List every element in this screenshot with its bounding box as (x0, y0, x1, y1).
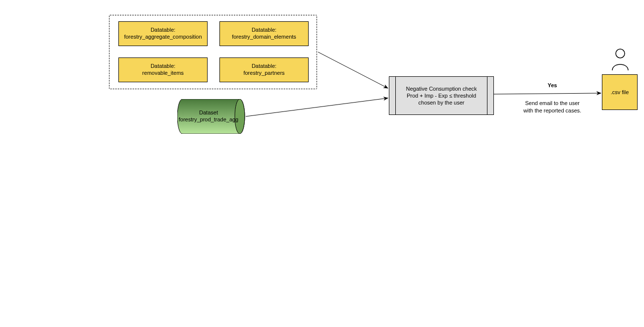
datatable-name: forestry_aggregate_composition (124, 34, 202, 41)
edge-send-line: with the reported cases. (524, 108, 582, 113)
process-line: chosen by the user (419, 99, 465, 106)
datatable-name: removable_items (142, 70, 184, 77)
diagram-canvas: Datatable: forestry_aggregate_compositio… (0, 0, 644, 327)
svg-line-1 (246, 98, 388, 116)
datatable-group: Datatable: forestry_aggregate_compositio… (109, 15, 317, 89)
output-label: .csv file (611, 89, 629, 95)
datatable-name: forestry_domain_elements (232, 34, 296, 41)
edge-send-line: Send email to the user (525, 100, 580, 106)
datatable-name: forestry_partners (243, 70, 284, 77)
dataset-cylinder: Dataset forestry_prod_trade_agg (177, 99, 247, 134)
datatable-prefix: Datatable: (252, 63, 276, 70)
datatable-forestry-domain-elements: Datatable: forestry_domain_elements (219, 21, 309, 46)
arrows-layer (0, 0, 644, 327)
datatable-prefix: Datatable: (151, 27, 175, 34)
edge-yes: Yes (513, 82, 592, 89)
svg-point-4 (616, 49, 625, 58)
dataset-prefix: Dataset (199, 109, 218, 116)
datatable-prefix: Datatable: (151, 63, 175, 70)
process-line: Prod + Imp - Exp ≤ threshold (407, 92, 476, 99)
user-icon (610, 48, 630, 71)
datatable-forestry-aggregate-composition: Datatable: forestry_aggregate_compositio… (118, 21, 208, 46)
dataset-name: forestry_prod_trade_agg (179, 116, 238, 123)
output-csv-file: .csv file (602, 74, 638, 110)
process-line: Negative Consumption check (406, 85, 477, 92)
svg-line-0 (318, 52, 388, 88)
datatable-forestry-partners: Datatable: forestry_partners (219, 57, 309, 82)
datatable-prefix: Datatable: (252, 27, 276, 34)
datatable-removable-items: Datatable: removable_items (118, 57, 208, 82)
process-negative-consumption-check: Negative Consumption check Prod + Imp - … (389, 76, 494, 115)
edge-label-yes: Yes Send email to the user with the repo… (513, 82, 592, 114)
